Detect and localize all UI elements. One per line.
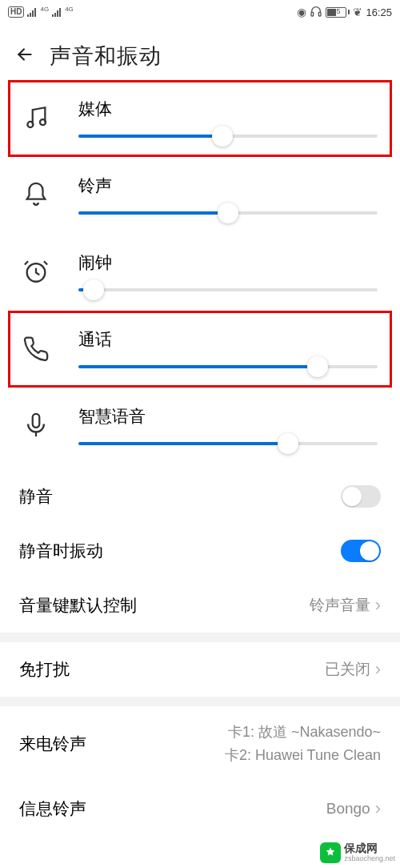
slider-media: 媒体 [8,80,392,157]
slider-track[interactable] [78,135,378,138]
chevron-right-icon: › [375,595,381,616]
battery-indicator: 45 [326,7,350,18]
setting-label: 信息铃声 [19,798,86,820]
signal-bars-sim2 [52,7,61,17]
setting-value: 铃声音量› [310,595,381,616]
page-header: 声音和振动 [0,24,400,78]
svg-rect-1 [319,12,322,16]
power-save-leaf-icon: ❦ [353,6,362,18]
slider-track[interactable] [78,288,378,291]
svg-point-2 [27,122,33,127]
slider-thumb[interactable] [218,203,238,223]
setting-label: 静音时振动 [19,540,103,562]
slider-track[interactable] [78,211,378,215]
slider-thumb[interactable] [83,279,104,300]
row-msgtone[interactable]: 信息铃声 Bongo› [0,782,400,836]
watermark-url: zsbaocheng.net [344,855,395,863]
setting-label: 免打扰 [19,658,70,681]
slider-label: 智慧语音 [78,405,378,428]
status-left: HD 4G 4G [8,6,74,18]
signal-bars-sim1 [27,7,36,17]
music-icon [22,104,50,131]
net-label-sim2: 4G [65,6,74,13]
slider-assist: 智慧语音 [0,388,400,464]
svg-rect-0 [311,12,314,16]
slider-label: 铃声 [78,175,378,197]
watermark: 保成网 zsbaocheng.net [320,842,395,863]
slider-label: 媒体 [78,98,378,120]
watermark-logo-icon [320,842,341,863]
clock-text: 16:25 [366,6,392,18]
alarm-clock-icon [22,258,50,285]
setting-label: 音量键默认控制 [19,594,137,617]
chevron-right-icon: › [375,798,381,819]
setting-label: 来电铃声 [19,733,86,755]
status-right: ◉ 45 ❦ 16:25 [297,5,392,20]
toggle-mute[interactable] [341,485,381,508]
row-dnd[interactable]: 免打扰 已关闭› [0,642,400,697]
slider-thumb[interactable] [212,126,233,147]
svg-rect-5 [33,414,40,428]
slider-thumb[interactable] [307,356,328,377]
hd-badge: HD [8,6,24,18]
slider-track[interactable] [78,365,378,368]
setting-value: 卡1: 故道 ~Nakasendo~ 卡2: Huawei Tune Clean [225,722,381,766]
slider-ring: 铃声 [0,157,400,234]
slider-label: 闹钟 [78,251,378,274]
slider-label: 通话 [78,328,378,351]
row-vibrate-on-mute[interactable]: 静音时振动 [0,524,400,578]
toggle-vibrate-on-mute[interactable] [341,540,381,562]
headphones-icon [310,5,322,20]
slider-call: 通话 [8,311,392,388]
bell-icon [22,181,50,208]
watermark-brand: 保成网 [344,842,395,854]
setting-value: Bongo› [326,798,381,819]
row-ringtone[interactable]: 来电铃声 卡1: 故道 ~Nakasendo~ 卡2: Huawei Tune … [0,706,400,782]
slider-track[interactable] [78,442,378,445]
svg-point-3 [40,119,46,125]
page-title: 声音和振动 [50,42,162,70]
row-mute[interactable]: 静音 [0,469,400,524]
phone-icon [22,335,50,362]
chevron-right-icon: › [375,659,381,680]
back-button[interactable] [14,44,35,68]
eye-comfort-icon: ◉ [297,6,306,18]
mic-icon [22,412,50,439]
setting-value: 已关闭› [325,659,381,680]
net-label-sim1: 4G [40,6,49,13]
status-bar: HD 4G 4G ◉ 45 ❦ 16:25 [0,0,400,24]
volume-sliders: 媒体 铃声 闹钟 [0,78,400,469]
slider-thumb[interactable] [278,433,298,454]
slider-alarm: 闹钟 [0,234,400,311]
row-vol-key-default[interactable]: 音量键默认控制 铃声音量› [0,578,400,633]
section-gap [0,633,400,642]
section-gap [0,697,400,706]
setting-label: 静音 [19,485,53,508]
